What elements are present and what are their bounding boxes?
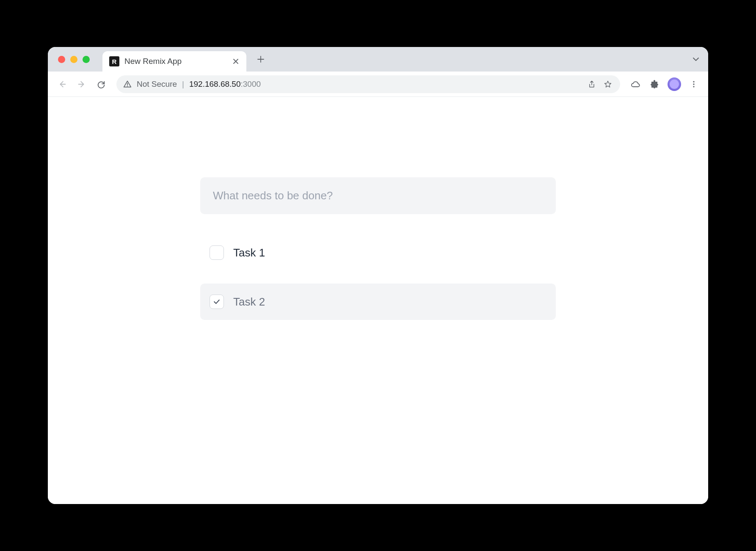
window-minimize-button[interactable] [70,56,77,63]
close-icon [233,58,239,64]
task-list: Task 1 Task 2 [200,234,556,320]
svg-point-0 [127,85,128,86]
remix-favicon-icon: R [109,56,119,66]
tab-close-button[interactable] [232,58,240,65]
arrow-left-icon [58,80,67,89]
todo-app: Task 1 Task 2 [200,97,556,320]
star-icon [604,80,612,88]
task-row: Task 2 [200,284,556,320]
task-row: Task 1 [200,234,556,271]
window-controls [58,56,90,63]
reload-button[interactable] [93,76,110,93]
page-viewport: Task 1 Task 2 [48,97,708,504]
puzzle-icon [650,79,660,89]
check-icon [212,298,221,306]
browser-tab[interactable]: R New Remix App [102,51,246,72]
menu-button[interactable] [685,76,702,93]
share-button[interactable] [586,80,597,88]
task-checkbox[interactable] [210,295,224,309]
profile-button[interactable] [666,76,683,93]
arrow-right-icon [77,80,86,89]
kebab-icon [690,80,698,88]
extensions-button[interactable] [646,76,663,93]
new-tab-button[interactable] [252,51,269,68]
not-secure-label: Not Secure [137,80,177,89]
tab-bar: R New Remix App [48,47,708,72]
tab-title: New Remix App [124,57,227,66]
url-text: 192.168.68.50:3000 [189,80,261,89]
not-secure-icon [123,80,132,88]
avatar-icon [668,77,681,91]
new-task-input[interactable] [200,177,556,214]
share-icon [588,80,596,88]
svg-point-3 [693,86,694,87]
task-label: Task 2 [233,295,265,309]
forward-button[interactable] [73,76,90,93]
back-button[interactable] [54,76,71,93]
task-label: Task 1 [233,246,265,259]
svg-point-1 [693,81,694,82]
chevron-down-icon [692,55,700,63]
task-checkbox[interactable] [210,245,224,260]
url-port: :3000 [241,80,261,88]
address-bar[interactable]: Not Secure | 192.168.68.50:3000 [116,75,620,93]
window-close-button[interactable] [58,56,65,63]
toolbar: Not Secure | 192.168.68.50:3000 [48,72,708,97]
cloud-icon [630,79,640,89]
plus-icon [257,55,265,63]
cloud-extension-button[interactable] [627,76,644,93]
reload-icon [97,80,106,89]
bookmark-button[interactable] [602,80,613,88]
svg-point-2 [693,83,694,85]
omnibox-separator: | [182,80,184,89]
window-maximize-button[interactable] [83,56,90,63]
url-host: 192.168.68.50 [189,80,241,88]
browser-window: R New Remix App Not Secure | [48,47,708,504]
tab-overflow-button[interactable] [692,55,700,63]
